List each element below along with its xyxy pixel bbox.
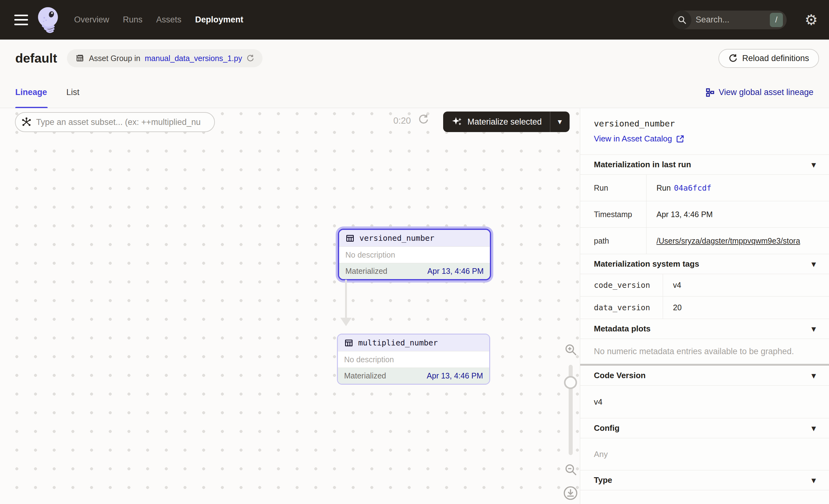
- collapse-caret-icon[interactable]: ▼: [811, 372, 816, 379]
- nav-item-deployment[interactable]: Deployment: [195, 15, 244, 25]
- collapse-caret-icon[interactable]: ▼: [811, 261, 816, 267]
- metadata-plots-empty-text: No numeric metadata entries available to…: [580, 339, 829, 364]
- asset-group-icon: [75, 53, 84, 63]
- data-version-tag-row: data_version 20: [580, 296, 829, 319]
- lineage-icon: [705, 88, 714, 97]
- section-header-label: Config: [594, 423, 619, 433]
- tab-list-label: List: [66, 87, 79, 97]
- run-row-label: Run: [580, 175, 647, 201]
- section-header-label: Materialization system tags: [594, 259, 699, 269]
- materialize-selected-button[interactable]: Materialize selected ▼: [443, 111, 570, 132]
- asset-node-name: multiplied_number: [358, 338, 438, 347]
- refresh-timer: 0:20: [393, 115, 411, 126]
- asset-subset-input[interactable]: [15, 112, 215, 132]
- search-input[interactable]: [691, 15, 770, 25]
- table-icon: [344, 338, 354, 348]
- materialize-dropdown-caret[interactable]: ▼: [550, 111, 570, 132]
- section-header-label: Metadata plots: [594, 324, 651, 334]
- code-version-tag-label: code_version: [580, 274, 663, 296]
- table-icon: [346, 233, 355, 243]
- asset-details-panel: versioned_number View in Asset Catalog M…: [580, 108, 829, 504]
- path-link[interactable]: /Users/sryza/dagster/tmppvqwm9e3/stora: [656, 237, 800, 246]
- section-type[interactable]: Type ▼: [580, 470, 829, 490]
- asset-group-file-link[interactable]: manual_data_versions_1.py: [145, 54, 242, 63]
- tab-lineage-label: Lineage: [15, 87, 47, 97]
- code-version-value: v4: [580, 386, 829, 418]
- tabs-row: Lineage List View global asset lineage: [0, 77, 829, 108]
- tab-list[interactable]: List: [66, 77, 79, 108]
- nav-item-overview[interactable]: Overview: [74, 15, 109, 25]
- asset-node-versioned-number[interactable]: versioned_number No description Material…: [338, 229, 491, 280]
- collapse-caret-icon[interactable]: ▼: [811, 477, 816, 484]
- nav-item-assets[interactable]: Assets: [156, 15, 182, 25]
- timestamp-value: Apr 13, 4:46 PM: [647, 201, 829, 227]
- run-id-link[interactable]: 04a6fcdf: [674, 183, 711, 192]
- view-in-asset-catalog-label: View in Asset Catalog: [594, 134, 672, 144]
- asset-node-status: Materialized: [346, 267, 387, 276]
- reload-icon: [728, 53, 738, 63]
- search-icon: [673, 10, 691, 29]
- code-version-tag-value: v4: [663, 274, 829, 296]
- global-search[interactable]: /: [673, 10, 787, 29]
- external-link-icon: [676, 135, 685, 143]
- dagster-logo[interactable]: [37, 6, 61, 33]
- section-materialization-last-run[interactable]: Materialization in last run ▼: [580, 155, 829, 175]
- data-version-tag-value: 20: [663, 296, 829, 319]
- section-metadata-plots[interactable]: Metadata plots ▼: [580, 319, 829, 339]
- data-version-tag-label: data_version: [580, 296, 663, 319]
- asset-node-status: Materialized: [344, 371, 386, 380]
- page-title: default: [15, 51, 57, 66]
- reload-definitions-button[interactable]: Reload definitions: [718, 49, 819, 68]
- lineage-graph-canvas[interactable]: 0:20 Materialize selected ▼: [0, 108, 580, 504]
- section-materialization-system-tags[interactable]: Materialization system tags ▼: [580, 254, 829, 274]
- run-prefix: Run: [656, 183, 671, 192]
- reload-definitions-label: Reload definitions: [742, 53, 809, 63]
- asset-node-description: No description: [338, 351, 489, 368]
- asset-node-timestamp-link[interactable]: Apr 13, 4:46 PM: [427, 267, 483, 276]
- section-header-label: Materialization in last run: [594, 160, 691, 170]
- tab-lineage[interactable]: Lineage: [15, 77, 47, 108]
- lineage-edge: [345, 280, 347, 318]
- asset-node-multiplied-number[interactable]: multiplied_number No description Materia…: [337, 334, 490, 385]
- nav-items: Overview Runs Assets Deployment: [74, 15, 243, 25]
- section-header-label: Type: [594, 475, 612, 485]
- path-row-label: path: [580, 228, 647, 254]
- asset-node-description: No description: [339, 246, 490, 263]
- sparkle-icon: [451, 116, 463, 128]
- materialize-selected-label: Materialize selected: [467, 117, 542, 127]
- asset-group-chip: Asset Group in manual_data_versions_1.py: [67, 49, 262, 67]
- collapse-caret-icon[interactable]: ▼: [811, 161, 816, 168]
- run-row: Run Run 04a6fcdf: [580, 175, 829, 201]
- asset-group-chip-text: Asset Group in: [89, 54, 140, 63]
- top-navigation-bar: Overview Runs Assets Deployment / ⚙: [0, 0, 829, 40]
- download-graph-icon[interactable]: [563, 485, 578, 501]
- lineage-edge-arrowhead: [340, 318, 352, 326]
- hamburger-menu-icon[interactable]: [14, 15, 28, 25]
- timestamp-row: Timestamp Apr 13, 4:46 PM: [580, 201, 829, 228]
- zoom-slider-thumb[interactable]: [564, 376, 577, 389]
- config-value: Any: [580, 438, 829, 470]
- nav-item-runs[interactable]: Runs: [123, 15, 143, 25]
- zoom-out-icon[interactable]: [564, 463, 577, 476]
- graph-refresh-icon[interactable]: [418, 114, 429, 125]
- asset-node-timestamp-link[interactable]: Apr 13, 4:46 PM: [427, 371, 483, 380]
- code-version-tag-row: code_version v4: [580, 274, 829, 296]
- gear-icon[interactable]: ⚙: [805, 12, 818, 27]
- collapse-caret-icon[interactable]: ▼: [811, 425, 816, 432]
- section-code-version[interactable]: Code Version ▼: [580, 366, 829, 386]
- view-in-asset-catalog-link[interactable]: View in Asset Catalog: [594, 134, 685, 144]
- collapse-caret-icon[interactable]: ▼: [811, 325, 816, 332]
- view-global-asset-lineage-link[interactable]: View global asset lineage: [705, 87, 814, 97]
- view-global-asset-lineage-label: View global asset lineage: [719, 87, 814, 97]
- section-header-label: Code Version: [594, 371, 646, 380]
- section-config[interactable]: Config ▼: [580, 418, 829, 438]
- panel-asset-name: versioned_number: [594, 119, 829, 128]
- page-header: default Asset Group in manual_data_versi…: [0, 40, 829, 77]
- main-content: 0:20 Materialize selected ▼: [0, 108, 829, 504]
- search-shortcut-badge: /: [770, 13, 783, 27]
- path-row: path /Users/sryza/dagster/tmppvqwm9e3/st…: [580, 228, 829, 254]
- chip-reload-icon[interactable]: [246, 54, 254, 62]
- asset-selector-icon: [21, 117, 32, 128]
- asset-node-name: versioned_number: [359, 233, 434, 243]
- zoom-in-icon[interactable]: [564, 343, 577, 356]
